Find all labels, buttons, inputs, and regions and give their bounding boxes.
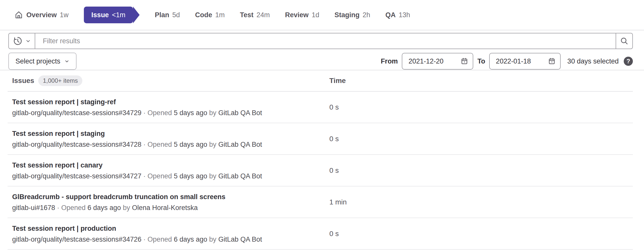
home-icon	[14, 10, 23, 19]
issue-age: 5 days ago	[174, 109, 207, 117]
issue-author-link[interactable]: GitLab QA Bot	[218, 141, 262, 148]
issue-author-link[interactable]: Olena Horal-Koretska	[132, 204, 198, 212]
by-label: by	[209, 236, 217, 243]
issues-heading: Issues	[12, 77, 34, 85]
search-button[interactable]	[616, 33, 632, 49]
stage-events-list: Issues 1,000+ items Time Test session re…	[8, 70, 633, 250]
issue-title-link[interactable]: Test session report | staging-ref	[12, 98, 329, 106]
stage-name: Code	[195, 11, 212, 19]
issue-time-value: 1 min	[329, 198, 633, 206]
issue-author-link[interactable]: GitLab QA Bot	[218, 109, 262, 117]
issue-row: Test session report | staging gitlab-org…	[8, 123, 633, 155]
stage-name: Overview	[26, 11, 57, 19]
separator-dot: ·	[143, 172, 146, 180]
from-label: From	[381, 57, 398, 65]
calendar-icon[interactable]	[461, 57, 468, 65]
stage-time: 13h	[399, 11, 410, 19]
stage-nav-item-review[interactable]: Review 1d	[285, 11, 319, 19]
filter-row-secondary: Select projects From	[8, 53, 633, 70]
issue-time-value: 0 s	[329, 230, 633, 238]
issue-meta: gitlab-org/quality/testcase-sessions#347…	[12, 140, 329, 149]
by-label: by	[123, 204, 130, 212]
days-selected-text: 30 days selected	[567, 57, 619, 65]
to-date-input[interactable]	[496, 57, 545, 65]
issue-ref-link[interactable]: gitlab-org/quality/testcase-sessions#347…	[12, 172, 141, 180]
issue-title-link[interactable]: Test session report | staging	[12, 129, 329, 138]
by-label: by	[209, 109, 217, 117]
stage-nav-item-staging[interactable]: Staging 2h	[334, 11, 370, 19]
issue-meta: gitlab-org/quality/testcase-sessions#347…	[12, 109, 329, 117]
from-date-field[interactable]	[402, 53, 473, 70]
issue-author-link[interactable]: GitLab QA Bot	[218, 236, 262, 243]
issue-meta: gitlab-org/quality/testcase-sessions#347…	[12, 172, 329, 180]
issue-meta: gitlab-ui#1678 · Opened 6 days ago by Ol…	[12, 203, 329, 212]
stage-name: Staging	[334, 11, 359, 19]
issue-age: 5 days ago	[174, 141, 207, 148]
from-date-input[interactable]	[408, 57, 458, 65]
stage-time: <1m	[112, 11, 125, 19]
issue-age: 6 days ago	[87, 204, 121, 212]
issue-meta: gitlab-org/quality/testcase-sessions#347…	[12, 235, 329, 244]
separator-dot: ·	[143, 236, 146, 243]
date-range-group: From To	[381, 53, 633, 70]
filter-results-input[interactable]	[35, 33, 616, 49]
to-date-field[interactable]	[489, 53, 561, 70]
filter-section: Select projects From	[8, 33, 633, 70]
stage-time: 5d	[172, 11, 180, 19]
issue-time-value: 0 s	[329, 166, 633, 175]
search-icon	[620, 36, 629, 46]
section-divider	[0, 30, 644, 30]
issue-ref-link[interactable]: gitlab-ui#1678	[12, 204, 55, 212]
stage-time: 1d	[312, 11, 319, 19]
calendar-icon[interactable]	[548, 57, 556, 65]
time-column-header: Time	[329, 77, 633, 85]
opened-label: Opened	[147, 141, 172, 148]
stage-time: 1m	[215, 11, 225, 19]
stage-path-nav: Overview 1w Issue <1m Plan 5d Code 1m Te…	[0, 0, 644, 30]
stage-nav-item-issue[interactable]: Issue <1m	[84, 7, 133, 23]
separator-dot: ·	[143, 109, 146, 117]
stage-name: QA	[385, 11, 396, 19]
issue-title-link[interactable]: Test session report | production	[12, 224, 329, 233]
list-header: Issues 1,000+ items Time	[8, 70, 633, 92]
question-mark-icon[interactable]: ?	[624, 57, 633, 66]
items-count-badge: 1,000+ items	[38, 75, 82, 86]
issue-ref-link[interactable]: gitlab-org/quality/testcase-sessions#347…	[12, 141, 141, 148]
filtered-search-bar	[8, 33, 633, 49]
chevron-down-icon	[64, 59, 69, 64]
issue-author-link[interactable]: GitLab QA Bot	[218, 172, 262, 180]
stage-nav-item-qa[interactable]: QA 13h	[385, 11, 410, 19]
by-label: by	[209, 172, 217, 180]
opened-label: Opened	[147, 172, 172, 180]
recent-searches-dropdown[interactable]	[9, 33, 35, 49]
stage-time: 1w	[60, 11, 69, 19]
issue-ref-link[interactable]: gitlab-org/quality/testcase-sessions#347…	[12, 236, 141, 243]
issue-ref-link[interactable]: gitlab-org/quality/testcase-sessions#347…	[12, 109, 141, 117]
stage-time: 2h	[363, 11, 370, 19]
opened-label: Opened	[61, 204, 86, 212]
select-projects-label: Select projects	[15, 57, 60, 65]
issue-rows-container: Test session report | staging-ref gitlab…	[8, 92, 633, 250]
issue-row: GlBreadcrumb - support breadcrumb trunca…	[8, 186, 633, 218]
issue-row: Test session report | staging-ref gitlab…	[8, 92, 633, 123]
separator-dot: ·	[143, 141, 146, 148]
to-label: To	[477, 57, 485, 65]
issue-row: Test session report | production gitlab-…	[8, 218, 633, 250]
select-projects-dropdown[interactable]: Select projects	[8, 53, 77, 70]
stage-nav-item-test[interactable]: Test 24m	[240, 11, 270, 19]
stage-nav-item-plan[interactable]: Plan 5d	[155, 11, 180, 19]
issue-title-link[interactable]: GlBreadcrumb - support breadcrumb trunca…	[12, 193, 329, 201]
by-label: by	[209, 141, 217, 148]
stage-time: 24m	[257, 11, 270, 19]
stage-nav-item-overview[interactable]: Overview 1w	[14, 10, 69, 19]
stage-name: Review	[285, 11, 309, 19]
issue-title-link[interactable]: Test session report | canary	[12, 161, 329, 170]
issue-time-value: 0 s	[329, 135, 633, 143]
issue-age: 5 days ago	[174, 172, 207, 180]
opened-label: Opened	[147, 236, 172, 243]
issue-age: 6 days ago	[174, 236, 207, 243]
stage-name: Test	[240, 11, 254, 19]
issue-time-value: 0 s	[329, 103, 633, 111]
stage-name: Plan	[155, 11, 169, 19]
stage-nav-item-code[interactable]: Code 1m	[195, 11, 225, 19]
